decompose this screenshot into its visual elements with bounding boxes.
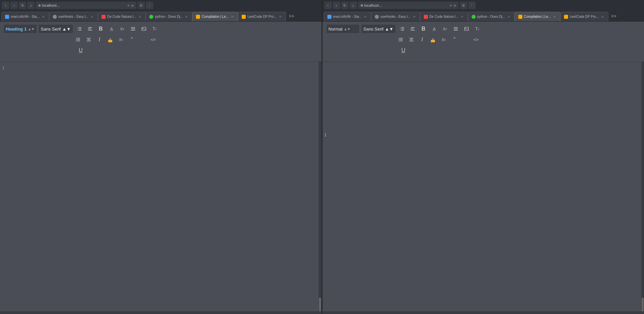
- tab-label-right-3: python - Does Dj...: [477, 15, 505, 18]
- left-toolbar: Heading 1 ▲▼ Sans Serif ▲▼: [0, 21, 321, 62]
- vertical-scrollbar-left[interactable]: [319, 62, 321, 314]
- style-select-right[interactable]: Normal ▲▼: [326, 24, 360, 34]
- highlight-btn-right[interactable]: A: [428, 35, 438, 44]
- tab-left-3[interactable]: python - Does Dj... ✕: [146, 12, 192, 21]
- forward-btn-left[interactable]: ›: [10, 2, 18, 9]
- tab-close-right-0[interactable]: ✕: [363, 15, 367, 18]
- menu-left[interactable]: ⋮: [146, 2, 153, 9]
- svg-point-38: [399, 39, 399, 40]
- horizontal-scrollbar-right[interactable]: [323, 311, 644, 314]
- tab-label-right-4: Compilation | Le...: [524, 15, 551, 18]
- font-color-btn-right[interactable]: A: [430, 24, 439, 34]
- tab-close-right-3[interactable]: ✕: [507, 15, 511, 18]
- home-btn-right[interactable]: ⌂: [350, 2, 357, 9]
- style-caret-left: ▲▼: [28, 27, 35, 31]
- svg-point-14: [76, 38, 77, 39]
- font-select-right[interactable]: Sans Serif ▲▼: [361, 24, 396, 34]
- tab-close-right-4[interactable]: ✕: [553, 15, 557, 18]
- center-align-btn-left[interactable]: [84, 35, 93, 44]
- extensions-left[interactable]: ⊞: [137, 2, 145, 9]
- forward-btn-right[interactable]: ›: [333, 2, 340, 9]
- tab-close-left-1[interactable]: ✕: [90, 15, 94, 18]
- tab-label-right-1: useHooks - Easy t...: [380, 15, 410, 18]
- image-btn-right[interactable]: [462, 24, 471, 34]
- back-btn-left[interactable]: ‹: [2, 2, 9, 9]
- tab-right-2[interactable]: De Code Natura I... ✕: [420, 12, 468, 21]
- tab-favicon-right-0: [327, 15, 331, 19]
- superscript-btn-left[interactable]: X2: [116, 35, 126, 44]
- menu-right[interactable]: ⋮: [468, 2, 476, 9]
- align-left-btn-left[interactable]: [85, 24, 95, 34]
- image-btn-left[interactable]: [139, 24, 149, 34]
- superscript-btn-right[interactable]: X2: [439, 35, 448, 44]
- style-select-left[interactable]: Heading 1 ▲▼: [3, 24, 37, 34]
- align-left-btn-right[interactable]: [408, 24, 417, 34]
- underline-btn-left[interactable]: U: [76, 46, 85, 55]
- italic-btn-left[interactable]: I: [95, 35, 104, 44]
- subscript-btn-left[interactable]: X2: [118, 24, 127, 34]
- highlight-btn-left[interactable]: A: [106, 35, 115, 44]
- ordered-list-btn-right[interactable]: 1. 2. 3.: [397, 24, 407, 34]
- center-align-btn-right[interactable]: [407, 35, 416, 44]
- bold-btn-left[interactable]: B: [96, 24, 106, 34]
- svg-point-16: [76, 41, 77, 41]
- tab-close-left-0[interactable]: ✕: [41, 15, 45, 18]
- align-left2-btn-left[interactable]: [128, 24, 138, 34]
- ordered-list-btn-left[interactable]: 1. 2. 3.: [75, 24, 84, 34]
- address-bar-right[interactable]: localhost... ✕ ⊕: [358, 2, 459, 9]
- tab-close-left-2[interactable]: ✕: [138, 15, 142, 18]
- tab-close-left-5[interactable]: ✕: [278, 15, 282, 18]
- tab-close-right-1[interactable]: ✕: [412, 15, 416, 18]
- tab-close-left-3[interactable]: ✕: [185, 15, 189, 18]
- quote-btn-left[interactable]: ": [127, 35, 136, 44]
- clear-format-btn-right[interactable]: Tx: [473, 24, 482, 34]
- tab-label-left-1: useHooks - Easy t...: [58, 15, 88, 18]
- quote-btn-right[interactable]: ": [450, 35, 459, 44]
- tab-close-right-5[interactable]: ✕: [601, 15, 605, 18]
- address-bar-left[interactable]: localhost... ✕ ⊕: [36, 2, 136, 9]
- clear-format-btn-left[interactable]: Tx: [150, 24, 159, 34]
- home-btn-left[interactable]: ⌂: [27, 2, 35, 9]
- italic-btn-right[interactable]: I: [417, 35, 427, 44]
- font-label-left: Sans Serif: [41, 27, 61, 32]
- tab-left-0[interactable]: react-d4zf4r - Sta... ✕: [1, 12, 49, 21]
- tab-right-0[interactable]: react-d4zf4r - Sta... ✕: [324, 12, 371, 21]
- tab-left-5[interactable]: LeetCode DP Pro... ✕: [238, 12, 286, 21]
- tab-label-right-0: react-d4zf4r - Sta...: [333, 15, 362, 18]
- more-tabs-right[interactable]: >>: [608, 13, 619, 19]
- tab-favicon-left-1: [53, 15, 57, 19]
- tab-close-right-2[interactable]: ✕: [460, 15, 464, 18]
- font-select-left[interactable]: Sans Serif ▲▼: [38, 24, 73, 34]
- tab-left-2[interactable]: De Code Natura I... ✕: [98, 12, 146, 21]
- bold-btn-right[interactable]: B: [419, 24, 428, 34]
- back-btn-right[interactable]: ‹: [324, 2, 332, 9]
- subscript-btn-right[interactable]: X2: [440, 24, 450, 34]
- vertical-scrollbar-right[interactable]: [641, 62, 644, 314]
- tab-favicon-right-2: [424, 15, 428, 19]
- tab-right-4[interactable]: Compilation | Le... ✕: [515, 12, 560, 21]
- tab-right-3[interactable]: python - Does Dj... ✕: [468, 12, 515, 21]
- align-left2-btn-right[interactable]: [451, 24, 460, 34]
- tab-right-5[interactable]: LeetCode DP Pro... ✕: [560, 12, 608, 21]
- reload-btn-right[interactable]: ↻: [341, 2, 349, 9]
- code-btn-right[interactable]: </>: [471, 35, 481, 44]
- font-color-btn-left[interactable]: A: [107, 24, 116, 34]
- horizontal-scrollbar-left[interactable]: [0, 311, 321, 314]
- tab-close-left-4[interactable]: ✕: [230, 15, 234, 18]
- more-tabs-left[interactable]: >>: [286, 13, 297, 19]
- underline-btn-right[interactable]: U: [399, 46, 408, 55]
- tab-label-left-5: LeetCode DP Pro...: [247, 15, 277, 18]
- tab-right-1[interactable]: useHooks - Easy t... ✕: [371, 12, 420, 21]
- left-editor[interactable]: 1: [0, 62, 321, 314]
- tab-left-4[interactable]: Compilation | Le... ✕: [192, 12, 238, 21]
- tab-label-left-0: react-d4zf4r - Sta...: [11, 15, 40, 18]
- extensions-right[interactable]: ⊞: [460, 2, 467, 9]
- style-caret-right: ▲▼: [344, 27, 351, 31]
- unordered-list-btn-right[interactable]: [396, 35, 405, 44]
- unordered-list-btn-left[interactable]: [73, 35, 83, 44]
- right-editor[interactable]: 1: [323, 62, 644, 314]
- tab-left-1[interactable]: useHooks - Easy t... ✕: [49, 12, 98, 21]
- code-btn-left[interactable]: </>: [149, 35, 158, 44]
- reload-btn-left[interactable]: ↻: [19, 2, 26, 9]
- svg-point-15: [76, 39, 77, 40]
